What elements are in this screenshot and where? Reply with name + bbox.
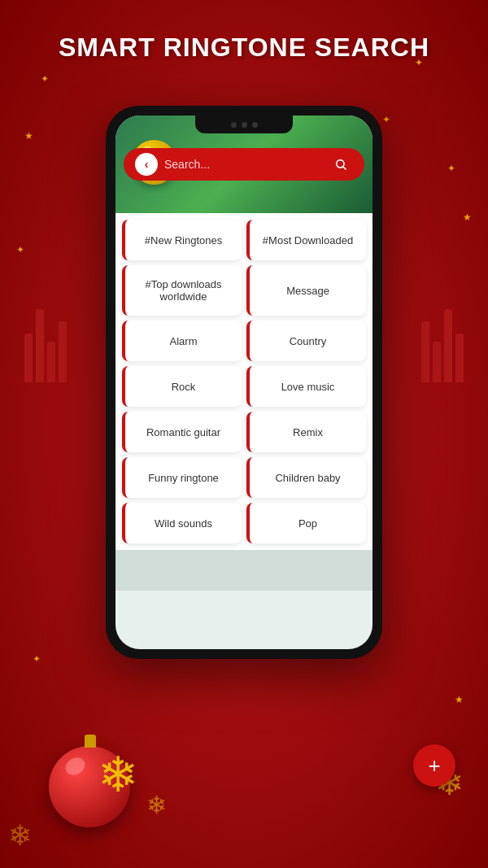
deco-bars-left <box>24 309 67 382</box>
page-title: SMART RINGTONE SEARCH <box>0 33 488 63</box>
sparkle-1: ✦ <box>41 73 49 85</box>
back-button[interactable]: ‹ <box>135 153 158 176</box>
sparkle-7: ✦ <box>33 653 41 665</box>
category-card-5[interactable]: Country <box>246 321 366 361</box>
sparkle-3: ★ <box>24 130 33 142</box>
category-card-4[interactable]: Alarm <box>122 321 242 361</box>
sparkle-4: ✦ <box>447 163 455 174</box>
gold-snowflake-big-icon: ❄ <box>98 746 138 803</box>
deco-bars-right <box>421 309 464 382</box>
svg-line-1 <box>343 167 346 169</box>
search-button[interactable] <box>329 152 353 177</box>
category-card-11[interactable]: Children baby <box>246 457 366 498</box>
category-card-1[interactable]: #Most Downloaded <box>246 220 366 260</box>
sparkle-6: ★ <box>455 694 464 705</box>
phone-notch <box>195 116 293 133</box>
fab-plus-icon: + <box>428 755 440 776</box>
category-card-2[interactable]: #Top downloads worldwide <box>122 265 242 316</box>
category-card-0[interactable]: #New Ringtones <box>122 220 242 260</box>
search-icon <box>334 158 347 171</box>
category-card-6[interactable]: Rock <box>122 366 242 407</box>
sparkle-5: ✦ <box>16 244 24 255</box>
category-card-12[interactable]: Wild sounds <box>122 503 242 543</box>
search-bar-container: ‹ Search... <box>124 148 364 181</box>
notch-dot-2 <box>242 122 247 128</box>
gold-snowflake-sm-icon: ❄ <box>146 791 167 819</box>
category-card-3[interactable]: Message <box>246 265 366 316</box>
phone-screen: ‹ Search... #New Ringtones#Most Download… <box>115 116 373 649</box>
notch-dot-3 <box>252 122 258 128</box>
sparkle-8: ✦ <box>382 114 390 125</box>
snowflake-bl-icon: ❄ <box>8 819 32 852</box>
christmas-ball-cap <box>85 735 96 748</box>
category-card-10[interactable]: Funny ringtone <box>122 457 242 498</box>
search-input[interactable]: Search... <box>164 158 322 171</box>
search-bar: ‹ Search... <box>124 148 364 181</box>
sparkle-9: ★ <box>463 212 472 223</box>
category-card-7[interactable]: Love music <box>246 366 366 407</box>
phone-frame: ‹ Search... #New Ringtones#Most Download… <box>106 106 382 659</box>
fab-add-button[interactable]: + <box>413 744 455 787</box>
category-card-13[interactable]: Pop <box>246 503 366 543</box>
category-card-8[interactable]: Romantic guitar <box>122 412 242 452</box>
categories-grid: #New Ringtones#Most Downloaded#Top downl… <box>115 213 373 550</box>
back-chevron-icon: ‹ <box>145 158 149 171</box>
category-card-9[interactable]: Remix <box>246 412 366 452</box>
notch-dot-1 <box>231 122 237 128</box>
screen-bottom <box>115 550 373 591</box>
